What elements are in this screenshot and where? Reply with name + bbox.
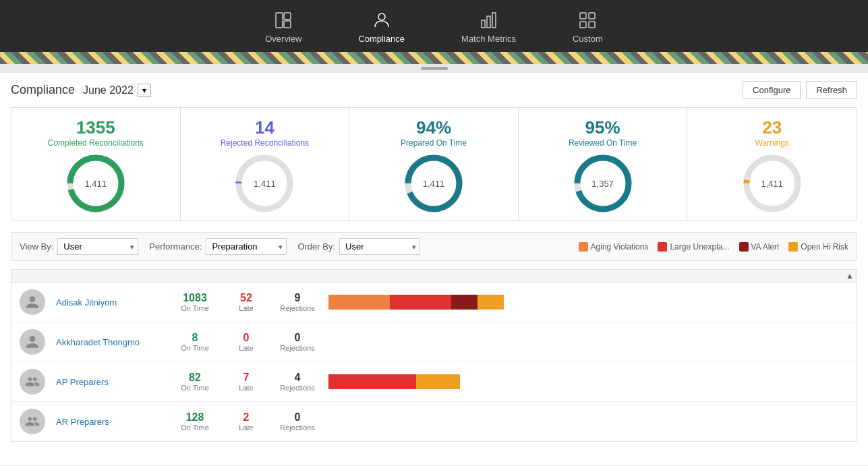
on-time-label: On Time: [181, 384, 209, 392]
legend-label-3: Open Hi Risk: [801, 242, 848, 252]
table-row: Akkharadet Thongmo8On Time0Late0Rejectio…: [11, 322, 857, 362]
page-header: Compliance June 2022 ▾ Configure Refresh: [11, 81, 857, 99]
kpi-value-0: 1355: [76, 117, 115, 138]
controls-row: View By: User Performance: Preparation O…: [11, 232, 857, 261]
order-by-group: Order By: User: [297, 238, 420, 255]
table-row: AR Preparers128On Time2Late0Rejections: [11, 402, 857, 441]
row-bar-chart: [328, 414, 504, 429]
kpi-value-3: 95%: [585, 117, 620, 138]
late-value: 7: [243, 372, 250, 384]
bar-segment-0: [328, 295, 390, 310]
data-table: ▲ Adisak Jitniyom1083On Time52Late9Rejec…: [11, 269, 857, 442]
rejections-metric: 9Rejections: [277, 292, 318, 312]
avatar: [20, 289, 45, 315]
nav-compliance-label: Compliance: [358, 34, 405, 44]
kpi-card-4: 23Warnings1,411: [687, 108, 857, 221]
kpi-label-4: Warnings: [755, 138, 789, 148]
kpi-label-1: Rejected Reconciliations: [221, 138, 309, 148]
kpi-donut-2: 1,411: [403, 153, 464, 214]
bar-segment-1: [390, 295, 451, 310]
svg-rect-8: [589, 13, 595, 19]
section-collapse-bar: ▲: [11, 270, 857, 283]
collapse-icon[interactable]: ▲: [846, 271, 854, 281]
user-name[interactable]: AP Preparers: [56, 377, 164, 387]
user-name[interactable]: Akkharadet Thongmo: [56, 337, 164, 347]
legend-item-2: VA Alert: [739, 242, 780, 252]
svg-rect-10: [589, 22, 595, 28]
legend-label-0: Aging Violations: [591, 242, 649, 252]
nav-custom[interactable]: Custom: [565, 8, 611, 47]
late-label: Late: [239, 424, 253, 432]
late-metric: 52Late: [226, 292, 266, 312]
top-navigation: Overview Compliance Match Metrics Custom: [0, 0, 868, 52]
kpi-donut-center-3: 1,357: [591, 179, 614, 189]
svg-point-3: [378, 13, 385, 20]
user-name[interactable]: AR Preparers: [56, 417, 164, 427]
kpi-donut-center-2: 1,411: [423, 179, 445, 189]
refresh-button[interactable]: Refresh: [806, 81, 857, 99]
on-time-value: 8: [192, 332, 198, 344]
decorative-banner: [0, 52, 868, 64]
drag-pill: [421, 67, 448, 70]
kpi-donut-4: 1,411: [742, 153, 803, 214]
row-bar-chart: [328, 295, 504, 310]
avatar: [20, 329, 45, 355]
svg-rect-2: [284, 21, 291, 28]
kpi-donut-center-0: 1,411: [85, 179, 107, 189]
order-by-label: Order By:: [297, 241, 335, 252]
nav-overview-label: Overview: [265, 34, 301, 44]
rejections-metric: 0Rejections: [277, 411, 318, 432]
on-time-label: On Time: [181, 344, 209, 352]
kpi-label-0: Completed Reconciliations: [48, 138, 144, 148]
rejections-label: Rejections: [280, 424, 314, 432]
on-time-value: 128: [186, 411, 204, 424]
late-metric: 0Late: [226, 332, 266, 352]
kpi-label-2: Prepared On Time: [401, 138, 467, 148]
kpi-card-2: 94%Prepared On Time1,411: [349, 108, 519, 221]
kpi-card-1: 14Rejected Reconciliations1,411: [181, 108, 350, 221]
kpi-donut-center-1: 1,411: [254, 179, 276, 189]
row-bar-chart: [328, 374, 504, 389]
kpi-value-4: 23: [762, 117, 782, 138]
rejections-label: Rejections: [280, 384, 314, 392]
kpi-donut-1: 1,411: [234, 153, 295, 214]
kpi-label-3: Reviewed On Time: [569, 138, 637, 148]
kpi-card-0: 1355Completed Reconciliations1,411: [11, 108, 181, 221]
order-by-select-wrap: User: [339, 238, 420, 255]
svg-rect-5: [487, 16, 490, 28]
on-time-label: On Time: [181, 424, 209, 432]
legend-color-0: [579, 242, 588, 252]
kpi-donut-center-4: 1,411: [761, 179, 783, 189]
legend-item-0: Aging Violations: [579, 242, 649, 252]
nav-overview[interactable]: Overview: [257, 8, 310, 47]
bar-segment-3: [478, 295, 504, 310]
rejections-value: 0: [295, 332, 301, 344]
view-by-select-wrap: User: [57, 238, 138, 255]
date-dropdown-button[interactable]: ▾: [138, 84, 151, 97]
view-by-select[interactable]: User: [57, 238, 138, 255]
late-label: Late: [239, 384, 253, 392]
user-name[interactable]: Adisak Jitniyom: [56, 297, 164, 308]
on-time-metric: 8On Time: [175, 332, 215, 352]
drag-handle-area: [0, 64, 868, 73]
performance-select[interactable]: Preparation: [206, 238, 287, 255]
late-metric: 7Late: [226, 372, 266, 392]
svg-rect-0: [276, 13, 283, 28]
date-label: June 2022: [83, 84, 134, 96]
configure-button[interactable]: Configure: [743, 81, 801, 99]
late-value: 52: [240, 292, 252, 304]
nav-match-metrics[interactable]: Match Metrics: [453, 8, 524, 47]
order-by-select[interactable]: User: [339, 238, 420, 255]
avatar: [20, 409, 45, 434]
table-row: Adisak Jitniyom1083On Time52Late9Rejecti…: [11, 283, 857, 322]
late-label: Late: [239, 344, 253, 352]
legend-color-1: [658, 242, 667, 252]
performance-select-wrap: Preparation: [206, 238, 287, 255]
performance-group: Performance: Preparation: [149, 238, 287, 255]
legend-item-3: Open Hi Risk: [788, 242, 848, 252]
rejections-label: Rejections: [280, 304, 314, 312]
nav-compliance[interactable]: Compliance: [350, 8, 413, 47]
table-row: AP Preparers82On Time7Late4Rejections: [11, 362, 857, 402]
svg-rect-9: [580, 22, 586, 28]
scroll-area[interactable]: Adisak Jitniyom1083On Time52Late9Rejecti…: [11, 283, 857, 441]
